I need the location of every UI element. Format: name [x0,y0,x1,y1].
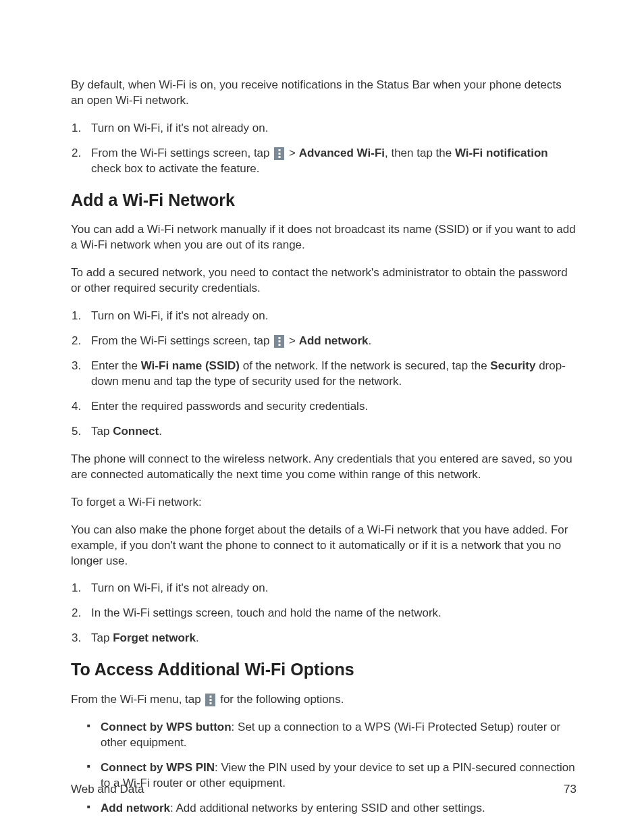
footer-section-title: Web and Data [71,783,144,796]
list-item: From the Wi-Fi settings screen, tap > Ad… [84,334,576,349]
page-footer: Web and Data 73 [71,783,576,796]
body-paragraph: You can add a Wi-Fi network manually if … [71,222,576,253]
list-item: Connect by WPS button: Set up a connecti… [91,720,576,751]
forget-network-steps: Turn on Wi-Fi, if it's not already on. I… [71,581,576,646]
list-item: Turn on Wi-Fi, if it's not already on. [84,581,576,596]
list-item: Tap Connect. [84,424,576,440]
heading-additional-options: To Access Additional Wi-Fi Options [71,658,576,681]
list-item: Enter the Wi-Fi name (SSID) of the netwo… [84,359,576,390]
heading-add-network: Add a Wi-Fi Network [71,189,576,212]
list-item: Turn on Wi-Fi, if it's not already on. [84,309,576,324]
body-paragraph: To add a secured network, you need to co… [71,265,576,296]
list-item: Enter the required passwords and securit… [84,399,576,415]
overflow-menu-icon [274,335,284,348]
list-item: Turn on Wi-Fi, if it's not already on. [84,121,576,136]
overflow-menu-icon [274,147,284,160]
list-item: From the Wi-Fi settings screen, tap > Ad… [84,146,576,177]
list-item: Add network: Add additional networks by … [91,801,576,816]
body-paragraph: From the Wi-Fi menu, tap for the followi… [71,692,576,708]
list-item: Tap Forget network. [84,631,576,646]
body-paragraph: To forget a Wi-Fi network: [71,495,576,511]
intro-paragraph: By default, when Wi-Fi is on, you receiv… [71,78,576,109]
body-paragraph: The phone will connect to the wireless n… [71,452,576,483]
page-content: By default, when Wi-Fi is on, you receiv… [71,78,576,816]
body-paragraph: You can also make the phone forget about… [71,523,576,569]
add-network-steps: Turn on Wi-Fi, if it's not already on. F… [71,309,576,440]
options-bullet-list: Connect by WPS button: Set up a connecti… [71,720,576,816]
footer-page-number: 73 [564,783,576,796]
notification-steps: Turn on Wi-Fi, if it's not already on. F… [71,121,576,177]
list-item: In the Wi-Fi settings screen, touch and … [84,606,576,621]
overflow-menu-icon [205,694,215,706]
